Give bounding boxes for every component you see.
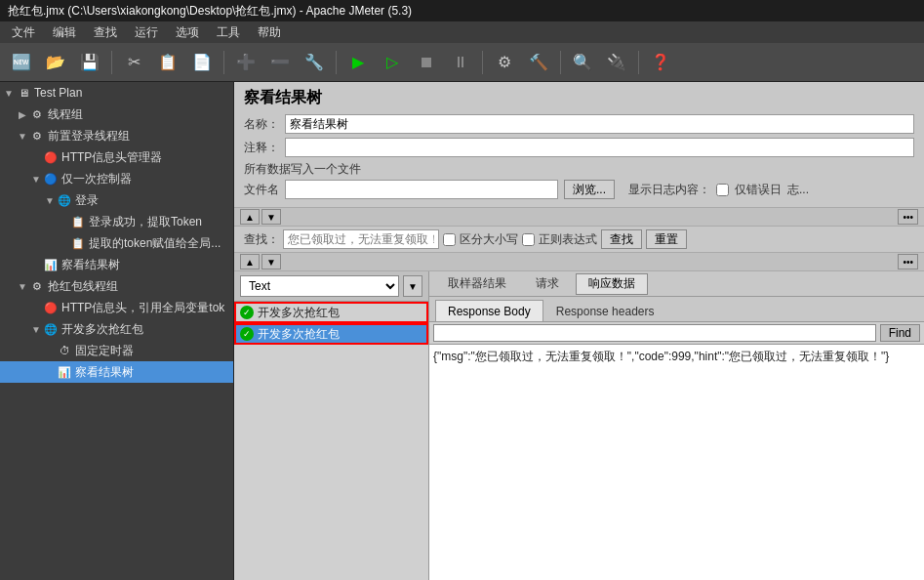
regex-checkbox[interactable] (522, 233, 535, 246)
tab-response-body[interactable]: Response Body (435, 300, 543, 321)
case-sensitive-checkbox[interactable] (443, 233, 456, 246)
file-input[interactable] (285, 180, 558, 199)
dropdown-row: Text RegExp Tester CSS/JQuery Tester XPa… (234, 271, 428, 302)
toolbar-clear[interactable]: ⚙ (489, 47, 520, 78)
tab-sample-result[interactable]: 取样器结果 (435, 273, 519, 295)
find-btn[interactable]: Find (880, 324, 920, 342)
sidebar-item-extract-token[interactable]: 📋 提取的token赋值给全局... (0, 232, 233, 254)
toolbar-run[interactable]: ▶ (342, 47, 374, 78)
name-row: 名称： (244, 114, 914, 134)
scroll-down-btn[interactable]: ▼ (261, 209, 281, 225)
response-area: 取样器结果 请求 响应数据 Response Body Response hea… (429, 271, 924, 580)
sidebar-item-http-header-mgr[interactable]: 🔴 HTTP信息头管理器 (0, 146, 233, 168)
sidebar-item-test-plan[interactable]: ▼ 🖥 Test Plan (0, 82, 233, 104)
sidebar-item-thread-group-1[interactable]: ▶ ⚙ 线程组 (0, 104, 233, 125)
extract-icon: 📋 (70, 235, 86, 251)
sidebar-item-result-tree-2[interactable]: 📊 察看结果树 (0, 361, 233, 383)
menu-bar: 文件 编辑 查找 运行 选项 工具 帮助 (0, 21, 924, 43)
toolbar-open[interactable]: 📂 (40, 47, 71, 78)
scroll-down-btn-2[interactable]: ▼ (261, 254, 281, 269)
find-input[interactable] (433, 324, 876, 342)
toolbar-remote[interactable]: 🔌 (601, 47, 632, 78)
toolbar-sep-1 (111, 51, 112, 74)
toolbar-search[interactable]: 🔍 (567, 47, 598, 78)
tab-response-data[interactable]: 响应数据 (576, 273, 648, 295)
find-row: Find (429, 322, 924, 345)
toolbar-stop[interactable]: ⏹ (411, 47, 442, 78)
comment-row: 注释： (244, 138, 914, 157)
menu-help[interactable]: 帮助 (250, 22, 289, 43)
reset-button[interactable]: 重置 (646, 229, 687, 249)
toolbar-collapse[interactable]: ➖ (264, 47, 296, 78)
lower-area: Text RegExp Tester CSS/JQuery Tester XPa… (234, 271, 924, 580)
toolbar-help[interactable]: ❓ (645, 47, 676, 78)
tree-icon-2: 📊 (57, 364, 72, 380)
title-bar: 抢红包.jmx (C:\Users\xiakongkong\Desktop\抢红… (0, 0, 924, 21)
expand-icon-grab-red: ▼ (29, 324, 43, 335)
sidebar-item-login-success[interactable]: 📋 登录成功，提取Token (0, 211, 233, 232)
log-label: 显示日志内容： (628, 182, 710, 198)
toolbar-paste[interactable]: 📄 (186, 47, 218, 78)
find-button[interactable]: 查找 (601, 229, 642, 249)
toolbar-settings[interactable]: 🔧 (299, 47, 330, 78)
scroll-up-btn[interactable]: ▲ (240, 209, 260, 225)
more-btn-2[interactable]: ••• (898, 254, 918, 269)
toolbar-new[interactable]: 🆕 (6, 47, 37, 78)
sidebar-item-login-group[interactable]: ▼ ⚙ 前置登录线程组 (0, 125, 233, 146)
menu-run[interactable]: 运行 (127, 22, 166, 43)
search-row: 查找： 区分大小写 正则表达式 查找 重置 (234, 227, 924, 252)
toolbar-clear-all[interactable]: 🔨 (523, 47, 554, 78)
errors-checkbox[interactable] (716, 184, 729, 196)
sidebar-item-http-header-2[interactable]: 🔴 HTTP信息头，引用全局变量tok (0, 297, 233, 318)
name-input[interactable] (285, 114, 914, 134)
result-item-0[interactable]: ✓ 开发多次抢红包 (234, 302, 428, 323)
browse-button[interactable]: 浏览... (564, 180, 615, 199)
response-text: {"msg":"您已领取过，无法重复领取！","code":999,"hint"… (433, 350, 889, 363)
result-label-1: 开发多次抢红包 (258, 326, 340, 343)
toolbar-sep-4 (482, 51, 483, 74)
top-tabs-bar: 取样器结果 请求 响应数据 (429, 271, 924, 297)
toolbar-stop-remote[interactable]: ⏸ (445, 47, 476, 78)
http-icon-1: 🔴 (43, 149, 59, 165)
http-icon-2: 🔴 (43, 300, 59, 315)
panel-header: 察看结果树 名称： 注释： 所有数据写入一个文件 文件名 浏览... 显示日志内… (234, 82, 924, 207)
sidebar-item-once-ctrl[interactable]: ▼ 🔵 仅一次控制器 (0, 168, 233, 189)
toolbar-cut[interactable]: ✂ (118, 47, 149, 78)
scroll-controls-2: ▲ ▼ ••• (234, 252, 924, 271)
search-input[interactable] (283, 229, 439, 249)
menu-file[interactable]: 文件 (4, 22, 43, 43)
result-item-1[interactable]: ✓ 开发多次抢红包 (234, 323, 428, 345)
name-label: 名称： (244, 116, 279, 133)
menu-tools[interactable]: 工具 (209, 22, 248, 43)
format-select[interactable]: Text RegExp Tester CSS/JQuery Tester XPa… (240, 275, 399, 297)
toolbar-sep-5 (560, 51, 561, 74)
dropdown-arrow[interactable]: ▼ (403, 275, 422, 297)
search-label: 查找： (244, 231, 279, 248)
right-panel: 察看结果树 名称： 注释： 所有数据写入一个文件 文件名 浏览... 显示日志内… (234, 82, 924, 580)
menu-edit[interactable]: 编辑 (45, 22, 84, 43)
expand-icon-grab-group: ▼ (16, 281, 29, 292)
menu-options[interactable]: 选项 (168, 22, 207, 43)
sidebar-item-login[interactable]: ▼ 🌐 登录 (0, 189, 233, 211)
more-btn[interactable]: ••• (898, 209, 918, 225)
expand-icon-login: ▼ (43, 195, 57, 206)
menu-find[interactable]: 查找 (86, 22, 125, 43)
tab-response-headers[interactable]: Response headers (543, 300, 667, 321)
tab-request[interactable]: 请求 (523, 273, 572, 295)
scroll-up-btn-2[interactable]: ▲ (240, 254, 260, 269)
toolbar-expand[interactable]: ➕ (230, 47, 261, 78)
check-icon-1: 📋 (70, 214, 86, 229)
expand-icon-test-plan: ▼ (2, 88, 16, 99)
req-icon-2: 🌐 (43, 321, 59, 337)
comment-input[interactable] (285, 138, 914, 157)
sidebar-item-timer[interactable]: ⏱ 固定定时器 (0, 340, 233, 361)
result-label-0: 开发多次抢红包 (258, 305, 340, 321)
toolbar-copy[interactable]: 📋 (152, 47, 183, 78)
toolbar-save[interactable]: 💾 (74, 47, 105, 78)
toolbar-run-remote[interactable]: ▷ (377, 47, 408, 78)
sidebar-item-result-tree-1[interactable]: 📊 察看结果树 (0, 254, 233, 275)
file-label: 文件名 (244, 182, 279, 198)
sidebar-item-grab-group[interactable]: ▼ ⚙ 抢红包线程组 (0, 275, 233, 297)
title-text: 抢红包.jmx (C:\Users\xiakongkong\Desktop\抢红… (8, 3, 412, 20)
sidebar-item-grab-red[interactable]: ▼ 🌐 开发多次抢红包 (0, 318, 233, 340)
